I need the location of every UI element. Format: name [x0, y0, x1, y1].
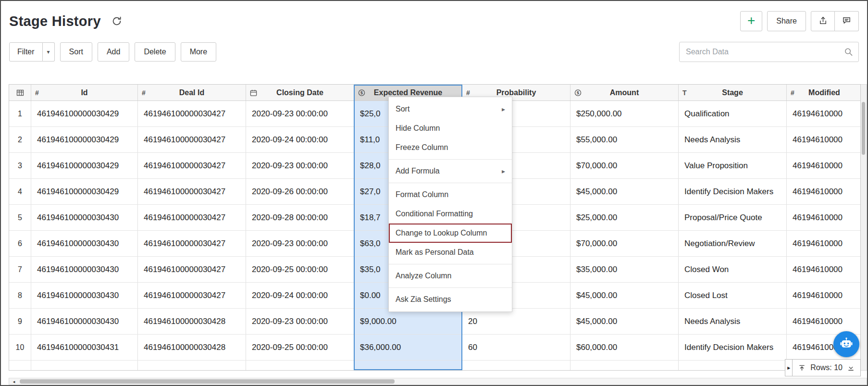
menu-item-conditional-formatting[interactable]: Conditional Formatting — [389, 204, 512, 224]
column-header-modified[interactable]: #Modified — [787, 85, 861, 100]
cell-deal_id[interactable]: 461946100000030427 — [138, 101, 246, 126]
column-header-id[interactable]: #Id — [31, 85, 138, 100]
vertical-scrollbar[interactable] — [861, 84, 867, 371]
cell-amount[interactable]: $45,000.00 — [570, 283, 679, 308]
cell-stage[interactable]: Value Proposition — [679, 153, 787, 178]
cell-closing_date[interactable]: 2020-09-23 00:00:00 — [246, 231, 354, 256]
add-view-button[interactable]: + — [740, 11, 762, 31]
cell-closing_date[interactable]: 2020-09-23 00:00:00 — [246, 101, 354, 126]
cell-amount[interactable]: $250,000.00 — [570, 101, 679, 126]
cell-modified[interactable]: 46194610000 — [787, 283, 861, 308]
cell-amount[interactable]: $35,000.00 — [570, 257, 679, 282]
cell-expected_revenue[interactable]: $9,000.00 — [354, 309, 462, 334]
menu-item-format-column[interactable]: Format Column — [389, 185, 512, 204]
menu-item-analyze-column[interactable]: Analyze Column — [389, 266, 512, 286]
cell-id[interactable]: 461946100000030430 — [31, 231, 138, 256]
delete-button[interactable]: Delete — [135, 42, 175, 62]
vertical-scrollbar-thumb[interactable] — [862, 102, 865, 155]
horizontal-scrollbar-thumb[interactable] — [20, 379, 395, 384]
cell-deal_id[interactable]: 461946100000030427 — [138, 153, 246, 178]
cell-closing_date[interactable]: 2020-09-24 00:00:00 — [246, 127, 354, 152]
cell-stage[interactable]: Qualification — [679, 101, 787, 126]
menu-item-change-to-lookup-column[interactable]: Change to Lookup Column — [389, 224, 512, 243]
cell-expected_revenue[interactable]: $36,000.00 — [354, 335, 462, 360]
horizontal-scrollbar[interactable]: ◂ — [9, 378, 867, 385]
cell-id[interactable]: 461946100000030430 — [31, 283, 138, 308]
collapse-pager-button[interactable]: ▶ — [785, 359, 792, 376]
cell-id[interactable]: 461946100000030430 — [31, 257, 138, 282]
cell-amount[interactable]: $70,000.00 — [570, 231, 679, 256]
export-button[interactable] — [811, 11, 835, 31]
cell-deal_id[interactable]: 461946100000030427 — [138, 257, 246, 282]
scroll-left-arrow-icon[interactable]: ◂ — [10, 378, 18, 385]
add-button[interactable]: Add — [98, 42, 129, 62]
menu-item-ask-zia-settings[interactable]: Ask Zia Settings — [389, 290, 512, 309]
cell-id[interactable]: 461946100000030430 — [31, 309, 138, 334]
cell-stage[interactable]: Negotiation/Review — [679, 231, 787, 256]
scroll-to-bottom-icon[interactable] — [847, 364, 855, 372]
cell-stage[interactable]: Identify Decision Makers — [679, 179, 787, 204]
cell-probability[interactable]: 60 — [462, 335, 570, 360]
menu-item-add-formula[interactable]: Add Formula▸ — [389, 162, 512, 181]
cell-closing_date[interactable]: 2020-09-28 00:00:00 — [246, 205, 354, 230]
menu-item-mark-as-personal-data[interactable]: Mark as Personal Data — [389, 243, 512, 262]
share-button[interactable]: Share — [767, 11, 806, 31]
search-input[interactable] — [679, 42, 859, 62]
cell-probability[interactable]: 20 — [462, 309, 570, 334]
cell-amount[interactable]: $60,000.00 — [570, 335, 679, 360]
cell-modified[interactable]: 46194610000 — [787, 231, 861, 256]
cell-stage[interactable]: Closed Lost — [679, 283, 787, 308]
cell-stage[interactable]: Needs Analysis — [679, 127, 787, 152]
menu-item-hide-column[interactable]: Hide Column — [389, 119, 512, 138]
zia-assistant-button[interactable] — [833, 331, 859, 357]
column-header-closing-date[interactable]: Closing Date — [246, 85, 354, 100]
select-all-header[interactable] — [9, 85, 31, 100]
filter-dropdown-button[interactable]: ▾ — [43, 42, 55, 62]
cell-id[interactable]: 461946100000030431 — [31, 335, 138, 360]
cell-stage[interactable]: Identify Decision Makers — [679, 335, 787, 360]
cell-stage[interactable]: Needs Analysis — [679, 309, 787, 334]
scroll-to-top-icon[interactable] — [798, 364, 806, 372]
menu-item-freeze-column[interactable]: Freeze Column — [389, 138, 512, 157]
menu-item-sort[interactable]: Sort▸ — [389, 100, 512, 119]
cell-amount[interactable]: $45,000.00 — [570, 309, 679, 334]
cell-id[interactable]: 461946100000030430 — [31, 205, 138, 230]
cell-stage[interactable]: Closed Won — [679, 257, 787, 282]
filter-button[interactable]: Filter — [9, 42, 43, 62]
cell-amount[interactable]: $25,000.00 — [570, 205, 679, 230]
cell-amount[interactable]: $55,000.00 — [570, 127, 679, 152]
cell-amount[interactable]: $70,000.00 — [570, 153, 679, 178]
cell-modified[interactable]: 46194610000 — [787, 309, 861, 334]
cell-closing_date[interactable]: 2020-09-26 00:00:00 — [246, 179, 354, 204]
cell-stage[interactable]: Proposal/Price Quote — [679, 205, 787, 230]
cell-closing_date[interactable]: 2020-09-23 00:00:00 — [246, 309, 354, 334]
refresh-icon[interactable] — [112, 16, 122, 26]
column-header-stage[interactable]: TStage — [679, 85, 787, 100]
cell-modified[interactable]: 46194610000 — [787, 205, 861, 230]
cell-id[interactable]: 461946100000030429 — [31, 153, 138, 178]
cell-deal_id[interactable]: 461946100000030427 — [138, 205, 246, 230]
cell-modified[interactable]: 46194610000 — [787, 101, 861, 126]
cell-id[interactable]: 461946100000030429 — [31, 127, 138, 152]
cell-deal_id[interactable]: 461946100000030427 — [138, 179, 246, 204]
cell-modified[interactable]: 46194610000 — [787, 257, 861, 282]
column-header-deal-id[interactable]: #Deal Id — [138, 85, 246, 100]
sort-button[interactable]: Sort — [60, 42, 92, 62]
cell-closing_date[interactable]: 2020-09-24 00:00:00 — [246, 283, 354, 308]
cell-deal_id[interactable]: 461946100000030428 — [138, 309, 246, 334]
cell-deal_id[interactable]: 461946100000030427 — [138, 127, 246, 152]
cell-closing_date[interactable]: 2020-09-25 00:00:00 — [246, 257, 354, 282]
more-button[interactable]: More — [181, 42, 216, 62]
cell-amount[interactable]: $45,000.00 — [570, 179, 679, 204]
comments-button[interactable] — [835, 11, 859, 31]
cell-modified[interactable]: 46194610000 — [787, 179, 861, 204]
column-header-amount[interactable]: $Amount — [570, 85, 679, 100]
cell-modified[interactable]: 46194610000 — [787, 153, 861, 178]
cell-deal_id[interactable]: 461946100000030427 — [138, 231, 246, 256]
cell-deal_id[interactable]: 461946100000030428 — [138, 335, 246, 360]
cell-closing_date[interactable]: 2020-09-23 00:00:00 — [246, 153, 354, 178]
cell-modified[interactable]: 46194610000 — [787, 127, 861, 152]
cell-id[interactable]: 461946100000030429 — [31, 179, 138, 204]
cell-closing_date[interactable]: 2020-09-25 00:00:00 — [246, 335, 354, 360]
cell-id[interactable]: 461946100000030429 — [31, 101, 138, 126]
